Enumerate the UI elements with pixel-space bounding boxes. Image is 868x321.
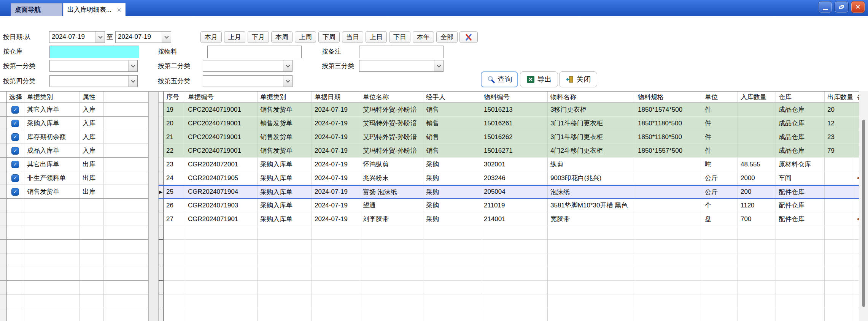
category4-label: 按第四分类: [3, 75, 35, 87]
table-row[interactable]: 24CGR2024071905采购入库单2024-07-19兆兴粉末采购2032…: [159, 171, 859, 185]
doc-type-attr-cell: 出库: [80, 158, 104, 171]
tab-close-icon[interactable]: ×: [117, 6, 121, 14]
category2-dropdown[interactable]: [203, 60, 293, 72]
doc-type-checkbox[interactable]: ✓: [11, 106, 19, 114]
cell-unit-name: 艾玛特外贸-孙盼湆: [360, 144, 423, 158]
panel-splitter[interactable]: [148, 91, 159, 321]
quick-range-button-3[interactable]: 本周: [271, 31, 293, 43]
col-header-doc-no[interactable]: 单据编号: [185, 92, 258, 103]
empty-cell: [360, 308, 423, 321]
cell-doc-type: 销售发货单: [258, 103, 312, 117]
quick-range-button-7[interactable]: 上日: [366, 31, 387, 43]
doc-type-row[interactable]: ✓成品入库单入库: [0, 144, 148, 158]
empty-cell: [312, 226, 360, 240]
empty-cell: [854, 267, 859, 281]
restore-button[interactable]: [835, 1, 849, 13]
empty-cell: [80, 294, 104, 308]
doc-type-row[interactable]: ✓非生产领料单出库: [0, 171, 148, 185]
query-button[interactable]: 查询: [481, 71, 518, 87]
doc-type-checkbox[interactable]: ✓: [11, 161, 19, 168]
col-header-handler[interactable]: 经手人: [423, 92, 481, 103]
col-header-doc-date[interactable]: 单据日期: [312, 92, 360, 103]
quick-range-button-9[interactable]: 本年: [413, 31, 434, 43]
doc-type-checkbox[interactable]: ✓: [11, 120, 19, 127]
chevron-down-icon[interactable]: [283, 76, 292, 87]
col-header-spec[interactable]: 物料规格: [635, 92, 702, 103]
col-header-select[interactable]: 选择: [6, 92, 24, 103]
empty-cell: [548, 294, 635, 308]
doc-type-row[interactable]: ✓采购入库单入库: [0, 117, 148, 130]
empty-cell: [80, 212, 104, 226]
warehouse-filter-input[interactable]: [49, 46, 139, 58]
col-header-doc-type[interactable]: 单据类别: [24, 92, 80, 103]
category4-dropdown[interactable]: [49, 75, 138, 87]
col-header-material-no[interactable]: 物料编号: [481, 92, 548, 103]
col-header-in-qty[interactable]: 入库数量: [738, 92, 776, 103]
table-row[interactable]: 21CPC20240719001销售发货单2024-07-19艾玛特外贸-孙盼湆…: [159, 130, 859, 144]
category3-dropdown[interactable]: [359, 60, 444, 72]
date-from-combo[interactable]: 2024-07-19: [49, 31, 105, 43]
close-button[interactable]: ✕: [851, 1, 865, 13]
tab-desktop-navigation[interactable]: 桌面导航: [11, 3, 62, 16]
chevron-down-icon[interactable]: [95, 32, 105, 43]
empty-cell: [635, 294, 702, 308]
category1-dropdown[interactable]: [49, 60, 138, 72]
quick-range-button-1[interactable]: 上月: [224, 31, 245, 43]
empty-cell: [312, 308, 360, 321]
scrollbar-thumb[interactable]: [862, 120, 865, 307]
table-row[interactable]: 23CGR2024072001采购入库单2024-07-19怀鸿纵剪采购3020…: [159, 158, 859, 171]
doc-type-row[interactable]: ✓其它入库单入库: [0, 103, 148, 117]
empty-cell: [423, 294, 481, 308]
col-header-out-qty[interactable]: 出库数量: [825, 92, 854, 103]
export-button[interactable]: 导出: [520, 71, 558, 87]
vertical-scrollbar[interactable]: [859, 91, 868, 321]
doc-type-row[interactable]: ✓销售发货单出库: [0, 185, 148, 199]
doc-type-checkbox[interactable]: ✓: [11, 133, 19, 141]
col-header-attribute[interactable]: 属性: [80, 92, 104, 103]
empty-cell: [825, 294, 854, 308]
col-header-uom[interactable]: 单位: [702, 92, 738, 103]
quick-range-button-5[interactable]: 下周: [318, 31, 340, 43]
quick-range-button-0[interactable]: 本月: [200, 31, 222, 43]
remark-filter-input[interactable]: [359, 46, 444, 58]
doc-type-checkbox[interactable]: ✓: [11, 174, 19, 182]
date-to-combo[interactable]: 2024-07-19: [115, 31, 171, 43]
empty-cell: [481, 308, 548, 321]
table-row[interactable]: 26CGR2024071903采购入库单2024-07-19望通采购211019…: [159, 199, 859, 212]
clear-filter-button[interactable]: [459, 31, 478, 43]
doc-type-row[interactable]: ✓库存期初余额入库: [0, 130, 148, 144]
remark-filter-label: 按备注: [322, 46, 341, 57]
material-filter-input[interactable]: [207, 46, 302, 58]
empty-row: [0, 212, 148, 226]
chevron-down-icon[interactable]: [162, 32, 171, 43]
col-header-warehouse[interactable]: 仓库: [776, 92, 825, 103]
col-header-unit-name[interactable]: 单位名称: [360, 92, 423, 103]
col-header-doc-type[interactable]: 单据类别: [258, 92, 312, 103]
chevron-down-icon[interactable]: [128, 76, 137, 87]
doc-type-row[interactable]: ✓其它出库单出库: [0, 158, 148, 171]
doc-type-checkbox[interactable]: ✓: [11, 147, 19, 155]
minimize-button[interactable]: [818, 1, 832, 13]
tab-inout-detail-report[interactable]: 出入库明细表... ×: [63, 3, 126, 16]
table-row[interactable]: 22CPC20240719001销售发货单2024-07-19艾玛特外贸-孙盼湆…: [159, 144, 859, 158]
chevron-down-icon[interactable]: [434, 60, 443, 71]
close-report-button[interactable]: 关闭: [559, 71, 597, 87]
chevron-down-icon[interactable]: [283, 60, 292, 71]
quick-range-button-4[interactable]: 上周: [295, 31, 316, 43]
table-row[interactable]: 20CPC20240719001销售发货单2024-07-19艾玛特外贸-孙盼湆…: [159, 117, 859, 130]
table-row[interactable]: 27CGR2024071901采购入库单2024-07-19刘李胶带采购2140…: [159, 212, 859, 226]
table-row[interactable]: 19CPC20240719001销售发货单2024-07-19艾玛特外贸-孙盼湆…: [159, 103, 859, 117]
col-header-no[interactable]: 序号: [164, 92, 185, 103]
empty-cell: [258, 281, 312, 294]
quick-range-button-2[interactable]: 下月: [248, 31, 269, 43]
table-row[interactable]: ▶25CGR2024071904采购入库单2024-07-19富扬 泡沫纸采购2…: [159, 185, 859, 199]
empty-cell: [423, 240, 481, 253]
quick-range-button-6[interactable]: 当日: [342, 31, 363, 43]
doc-type-checkbox[interactable]: ✓: [11, 188, 19, 196]
quick-range-button-8[interactable]: 下日: [389, 31, 410, 43]
col-header-material-name[interactable]: 物料名称: [548, 92, 635, 103]
category5-dropdown[interactable]: [203, 75, 293, 87]
col-header-remark[interactable]: 备注: [854, 92, 859, 103]
quick-range-button-10[interactable]: 全部: [436, 31, 458, 43]
chevron-down-icon[interactable]: [128, 60, 137, 71]
